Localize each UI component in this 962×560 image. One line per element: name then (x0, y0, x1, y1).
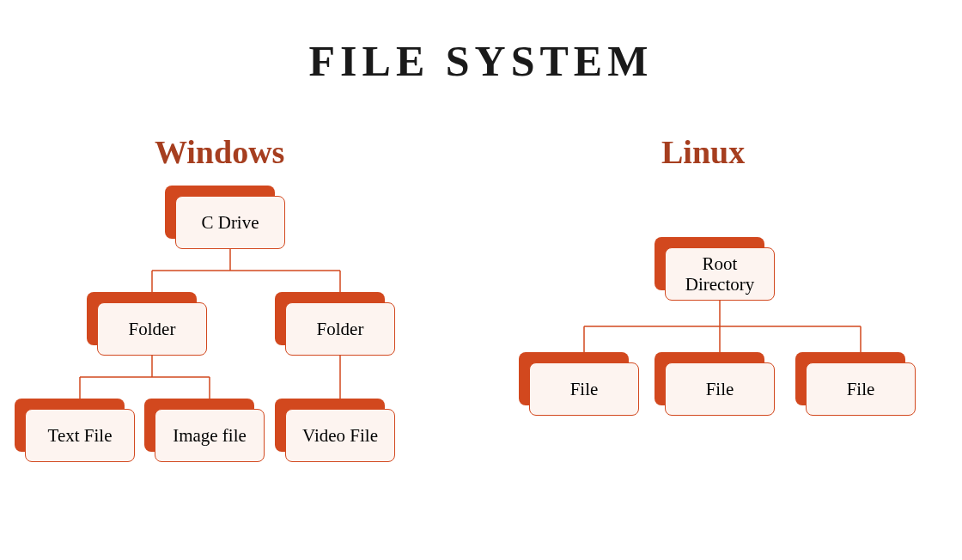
node-text-file: Text File (25, 409, 135, 462)
node-root-directory: Root Directory (665, 247, 775, 301)
node-label: File (806, 362, 916, 416)
linux-heading: Linux (661, 133, 745, 171)
node-label: Root Directory (665, 247, 775, 301)
node-label: File (529, 362, 639, 416)
page-title: FILE SYSTEM (0, 36, 962, 86)
node-label: Text File (25, 409, 135, 462)
node-image-file: Image file (155, 409, 265, 462)
node-folder-2: Folder (285, 302, 395, 356)
node-label: Video File (285, 409, 395, 462)
node-label: Folder (285, 302, 395, 356)
node-file-1: File (529, 362, 639, 416)
node-label: Image file (155, 409, 265, 462)
node-file-2: File (665, 362, 775, 416)
node-file-3: File (806, 362, 916, 416)
node-video-file: Video File (285, 409, 395, 462)
node-label: Folder (97, 302, 207, 356)
node-c-drive: C Drive (175, 196, 285, 249)
node-folder-1: Folder (97, 302, 207, 356)
node-label: C Drive (175, 196, 285, 249)
node-label: File (665, 362, 775, 416)
windows-heading: Windows (155, 133, 284, 171)
